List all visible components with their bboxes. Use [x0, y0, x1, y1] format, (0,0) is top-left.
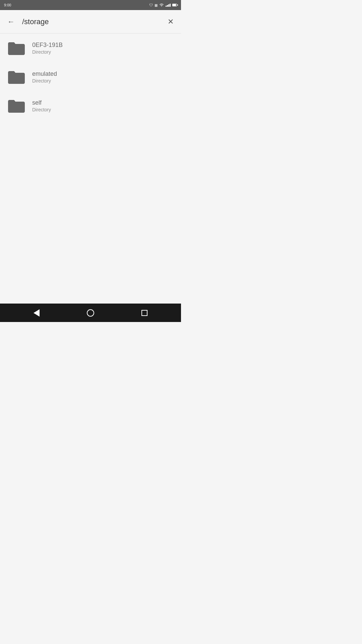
battery-icon — [172, 4, 177, 6]
file-info: 0EF3-191B Directory — [32, 42, 63, 55]
file-info: emulated Directory — [32, 70, 57, 84]
list-item[interactable]: self Directory — [0, 91, 181, 120]
folder-icon — [7, 97, 25, 114]
wifi-icon — [159, 3, 164, 7]
status-bar: 9:00 🛡 ▦ — [0, 0, 181, 10]
list-item[interactable]: 0EF3-191B Directory — [0, 34, 181, 62]
file-list: 0EF3-191B Directory emulated Directory s… — [0, 34, 181, 120]
bottom-nav-bar — [0, 304, 181, 322]
path-title: /storage — [22, 17, 166, 26]
file-info: self Directory — [32, 99, 51, 112]
recents-icon — [141, 310, 147, 316]
back-button[interactable]: ← — [5, 15, 17, 28]
close-button[interactable]: ✕ — [166, 15, 176, 28]
back-nav-icon — [34, 309, 40, 317]
recents-button[interactable] — [139, 307, 150, 319]
file-type: Directory — [32, 78, 57, 84]
status-icons: 🛡 ▦ — [149, 3, 177, 7]
back-nav-button[interactable] — [31, 307, 42, 319]
status-time: 9:00 — [4, 3, 11, 7]
file-name: self — [32, 99, 51, 106]
home-icon — [87, 309, 94, 317]
file-type: Directory — [32, 107, 51, 112]
top-bar: ← /storage ✕ — [0, 10, 181, 34]
shield-icon: 🛡 — [149, 3, 153, 7]
folder-icon — [7, 68, 25, 85]
home-button[interactable] — [84, 307, 97, 319]
file-name: emulated — [32, 70, 57, 77]
sim-icon: ▦ — [155, 3, 158, 7]
folder-icon — [7, 40, 25, 56]
list-item[interactable]: emulated Directory — [0, 62, 181, 91]
file-type: Directory — [32, 49, 63, 55]
signal-bars-icon — [166, 4, 171, 7]
file-name: 0EF3-191B — [32, 42, 63, 49]
